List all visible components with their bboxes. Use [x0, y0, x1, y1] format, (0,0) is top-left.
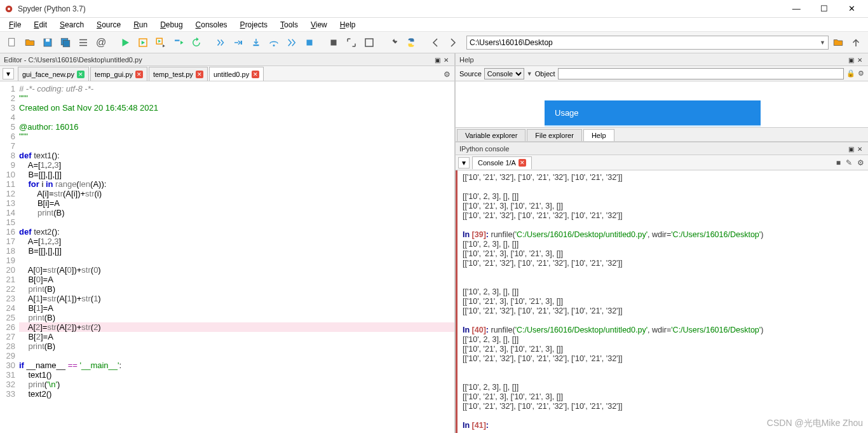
ipython-pane-title: IPython console ▣✕ — [456, 142, 868, 155]
menubar: FileEditSearchSourceRunDebugConsolesProj… — [0, 18, 868, 32]
editor-tab[interactable]: untitled0.py✕ — [209, 67, 264, 81]
main-toolbar: @ ▼ — [0, 32, 868, 53]
continue-button[interactable] — [283, 34, 300, 51]
svg-point-1 — [8, 8, 10, 10]
spyder-logo-icon — [4, 4, 14, 14]
close-pane-icon[interactable]: ✕ — [855, 57, 864, 64]
code-editor[interactable]: 1234567891011121314151617181920212223242… — [0, 81, 454, 433]
close-tab-icon[interactable]: ✕ — [135, 71, 143, 78]
preferences-button[interactable] — [385, 34, 402, 51]
close-tab-icon[interactable]: ✕ — [77, 71, 85, 78]
path-back-button[interactable] — [427, 34, 444, 51]
svg-rect-4 — [46, 39, 50, 42]
undock-icon[interactable]: ▣ — [846, 146, 855, 153]
help-tabs: Variable explorerFile explorerHelp — [456, 127, 868, 141]
line-gutter: 1234567891011121314151617181920212223242… — [0, 81, 19, 433]
working-directory[interactable]: ▼ — [466, 36, 829, 50]
menu-view[interactable]: View — [304, 19, 334, 31]
max-pane-button[interactable] — [343, 34, 360, 51]
run-button[interactable] — [117, 34, 133, 51]
menu-debug[interactable]: Debug — [154, 19, 189, 31]
close-button[interactable]: ✕ — [839, 4, 864, 13]
svg-rect-16 — [307, 39, 313, 45]
svg-rect-14 — [254, 45, 259, 46]
step-button[interactable] — [230, 34, 247, 51]
editor-pane-title: Editor - C:\Users\16016\Desktop\untitled… — [0, 53, 454, 66]
svg-rect-2 — [9, 38, 15, 46]
maximize-button[interactable]: ☐ — [811, 4, 837, 13]
save-button[interactable] — [39, 34, 56, 51]
at-button[interactable]: @ — [93, 34, 109, 51]
ipython-console[interactable]: [['10', '21', '32'], ['10', '21', '32'],… — [456, 170, 868, 433]
open-file-button[interactable] — [22, 34, 38, 51]
object-label: Object — [535, 70, 555, 78]
console-toolbar: ▾ Console 1/A ✕ ■ ✎ ⚙ — [456, 155, 868, 170]
usage-heading: Usage — [545, 100, 761, 127]
console-stop-icon[interactable]: ■ — [836, 158, 841, 167]
menu-edit[interactable]: Edit — [27, 19, 53, 31]
save-all-button[interactable] — [57, 34, 74, 51]
editor-tab[interactable]: temp_test.py✕ — [149, 67, 208, 81]
close-tab-icon[interactable]: ✕ — [519, 159, 526, 167]
svg-rect-12 — [175, 39, 180, 41]
svg-point-15 — [273, 45, 275, 46]
rerun-button[interactable] — [188, 34, 205, 51]
titlebar: Spyder (Python 3.7) — ☐ ✕ — [0, 0, 868, 18]
object-input[interactable] — [558, 68, 844, 79]
close-tab-icon[interactable]: ✕ — [252, 71, 259, 78]
menu-tools[interactable]: Tools — [274, 19, 304, 31]
step-over-button[interactable] — [266, 34, 282, 51]
editor-tab[interactable]: temp_gui.py✕ — [90, 67, 147, 81]
python-path-button[interactable] — [403, 34, 419, 51]
fullscreen-button[interactable] — [361, 34, 377, 51]
close-pane-icon[interactable]: ✕ — [855, 146, 864, 153]
help-tab[interactable]: Variable explorer — [457, 129, 526, 141]
window-title: Spyder (Python 3.7) — [18, 4, 783, 13]
minimize-button[interactable]: — — [783, 4, 809, 13]
help-options-icon[interactable]: ⚙ — [858, 69, 864, 78]
help-toolbar: Source Console ▼ Object 🔒 ⚙ — [456, 66, 868, 81]
menu-search[interactable]: Search — [53, 19, 90, 31]
run-cell-advance-button[interactable] — [153, 34, 169, 51]
svg-rect-18 — [365, 39, 373, 46]
undock-icon[interactable]: ▣ — [846, 57, 855, 64]
svg-rect-6 — [63, 40, 70, 47]
help-tab[interactable]: File explorer — [527, 129, 582, 141]
dropdown-icon[interactable]: ▼ — [820, 39, 825, 46]
console-tab[interactable]: Console 1/A ✕ — [472, 156, 532, 169]
help-tab[interactable]: Help — [583, 129, 614, 141]
outline-button[interactable] — [75, 34, 92, 51]
path-forward-button[interactable] — [445, 34, 461, 51]
menu-run[interactable]: Run — [127, 19, 154, 31]
stop-debug-button[interactable] — [301, 34, 318, 51]
menu-file[interactable]: File — [3, 19, 27, 31]
menu-projects[interactable]: Projects — [234, 19, 274, 31]
editor-options-icon[interactable]: ⚙ — [444, 70, 451, 79]
menu-consoles[interactable]: Consoles — [189, 19, 234, 31]
step-into-button[interactable] — [248, 34, 264, 51]
svg-rect-17 — [331, 39, 337, 45]
source-label: Source — [459, 70, 482, 78]
menu-help[interactable]: Help — [334, 19, 362, 31]
run-selection-button[interactable] — [170, 34, 187, 51]
close-tab-icon[interactable]: ✕ — [196, 71, 203, 78]
menu-source[interactable]: Source — [90, 19, 127, 31]
editor-tabstrip: ▾ gui_face_new.py✕temp_gui.py✕temp_test.… — [0, 66, 454, 81]
debug-button[interactable] — [212, 34, 229, 51]
console-list-button[interactable]: ▾ — [458, 157, 470, 168]
stop-button[interactable] — [325, 34, 342, 51]
new-file-button[interactable] — [4, 34, 20, 51]
help-pane-title: Help ▣✕ — [456, 53, 868, 66]
browse-folder-button[interactable] — [830, 34, 846, 51]
undock-icon[interactable]: ▣ — [433, 57, 442, 64]
run-cell-button[interactable] — [135, 34, 151, 51]
close-pane-icon[interactable]: ✕ — [442, 57, 451, 64]
tab-list-button[interactable]: ▾ — [3, 68, 14, 79]
parent-dir-button[interactable] — [848, 34, 864, 51]
path-input[interactable] — [470, 38, 820, 47]
lock-icon[interactable]: 🔒 — [846, 69, 855, 78]
console-options-icon[interactable]: ⚙ — [857, 158, 864, 167]
source-select[interactable]: Console — [484, 68, 524, 79]
editor-tab[interactable]: gui_face_new.py✕ — [18, 67, 89, 81]
console-clear-icon[interactable]: ✎ — [846, 158, 852, 167]
